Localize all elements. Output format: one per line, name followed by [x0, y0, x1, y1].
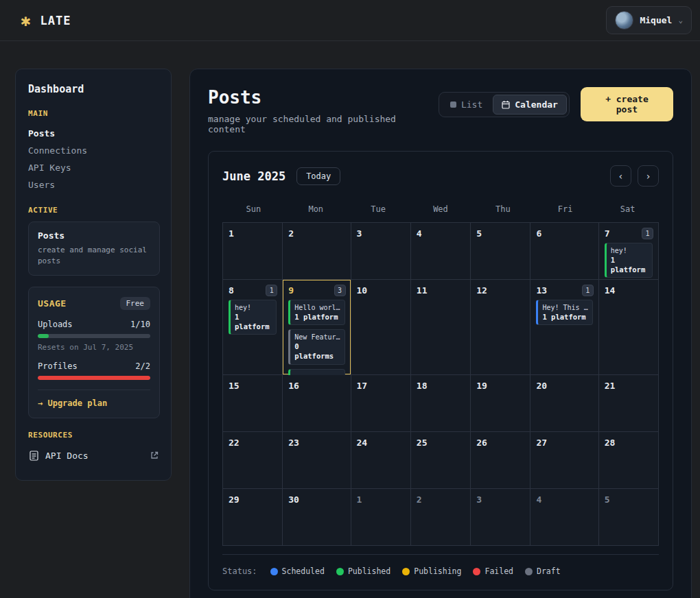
calendar-day-4[interactable]: 4: [411, 223, 470, 279]
day-number: 2: [417, 494, 422, 505]
document-icon: [30, 451, 38, 461]
calendar-day-next-3[interactable]: 3: [471, 489, 530, 545]
list-icon: [450, 101, 456, 108]
calendar-day-next-5[interactable]: 5: [599, 489, 658, 545]
sidebar-section-active: ACTIVE: [28, 206, 160, 215]
create-post-button[interactable]: + create post: [581, 87, 673, 121]
upgrade-plan-link[interactable]: → Upgrade plan: [38, 398, 150, 408]
event-card[interactable]: Hey! This …1 platform: [536, 300, 592, 325]
weekday-fri: Fri: [534, 204, 596, 214]
legend-item-label: Publishing: [414, 566, 461, 576]
calendar-day-16[interactable]: 16: [283, 375, 350, 431]
weekday-wed: Wed: [410, 204, 472, 214]
day-number: 5: [605, 494, 610, 505]
usage-card: USAGE Free Uploads 1/10 Resets on Jul 7,…: [28, 287, 160, 418]
calendar-day-14[interactable]: 14: [599, 280, 658, 374]
calendar-day-3[interactable]: 3: [351, 223, 410, 279]
calendar-day-7[interactable]: 71hey!1 platform: [599, 223, 658, 279]
day-number: 23: [288, 438, 299, 448]
day-number: 5: [476, 228, 482, 239]
event-title: hey!: [611, 246, 648, 255]
calendar-day-29[interactable]: 29: [223, 489, 282, 545]
calendar-day-12[interactable]: 12: [471, 280, 530, 374]
today-button[interactable]: Today: [296, 167, 340, 185]
calendar-day-27[interactable]: 27: [530, 432, 598, 488]
calendar-day-11[interactable]: 11: [411, 280, 470, 374]
legend-item-scheduled: Scheduled: [270, 566, 325, 576]
active-posts-card[interactable]: Posts create and manage social posts: [28, 222, 160, 276]
event-card[interactable]: hey!1 platform: [229, 300, 277, 335]
event-count-badge: 1: [642, 228, 653, 239]
event-platforms: 1 platform: [611, 255, 648, 274]
day-number: 20: [536, 381, 547, 391]
chevron-down-icon: ⌄: [678, 16, 683, 25]
day-number: 3: [476, 494, 482, 505]
plan-badge: Free: [120, 297, 151, 310]
sidebar: Dashboard MAIN PostsConnectionsAPI KeysU…: [15, 69, 172, 481]
day-number: 28: [605, 438, 616, 448]
external-link-icon: [150, 451, 159, 459]
view-toggle: List Calendar: [439, 92, 570, 117]
day-number: 18: [417, 381, 428, 391]
day-number: 6: [536, 228, 541, 239]
sidebar-item-api-keys[interactable]: API Keys: [28, 159, 160, 176]
event-platforms: 1 platform: [294, 312, 340, 322]
brand-name: LATE: [40, 14, 71, 27]
calendar-day-24[interactable]: 24: [351, 432, 410, 488]
calendar-day-30[interactable]: 30: [283, 489, 350, 545]
calendar-day-8[interactable]: 81hey!1 platform: [223, 280, 282, 374]
calendar-day-28[interactable]: 28: [599, 432, 658, 488]
prev-month-button[interactable]: ‹: [610, 165, 631, 187]
calendar-day-13[interactable]: 131Hey! This …1 platform: [530, 280, 598, 374]
sidebar-item-users[interactable]: Users: [28, 176, 160, 193]
calendar-day-1[interactable]: 1: [223, 223, 282, 279]
status-dot-scheduled: [270, 568, 278, 575]
calendar-day-21[interactable]: 21: [599, 375, 658, 431]
event-card[interactable]: hey!1 platform: [605, 243, 653, 278]
day-number: 16: [288, 381, 299, 391]
event-count-badge: 3: [334, 285, 346, 296]
calendar-day-26[interactable]: 26: [471, 432, 530, 488]
api-docs-link[interactable]: API Docs: [28, 446, 160, 465]
calendar-day-5[interactable]: 5: [471, 223, 530, 279]
sidebar-item-connections[interactable]: Connections: [28, 142, 160, 159]
calendar-day-6[interactable]: 6: [530, 223, 598, 279]
weekday-header-row: SunMonTueWedThuFriSat: [222, 204, 659, 214]
day-number: 12: [476, 285, 487, 296]
day-number: 22: [229, 438, 240, 448]
calendar-day-9[interactable]: 93Hello worl…1 platformNew Featur…0 plat…: [283, 280, 350, 374]
calendar-day-20[interactable]: 20: [530, 375, 598, 431]
list-view-button[interactable]: List: [441, 95, 491, 115]
user-menu-button[interactable]: Miquel ⌄: [606, 6, 692, 34]
day-number: 9: [288, 285, 294, 296]
calendar-day-next-4[interactable]: 4: [530, 489, 598, 545]
calendar-day-18[interactable]: 18: [411, 375, 470, 431]
calendar-day-23[interactable]: 23: [283, 432, 350, 488]
event-card[interactable]: New Featur…0 platforms: [288, 329, 345, 364]
uploads-progress-fill: [38, 334, 49, 338]
event-card[interactable]: Hello worl…1 platform: [288, 300, 345, 325]
legend-item-label: Draft: [537, 566, 561, 576]
day-number: 2: [288, 228, 294, 239]
profiles-progress-track: [38, 376, 150, 380]
chevron-left-icon: ‹: [618, 171, 623, 182]
calendar-day-15[interactable]: 15: [223, 375, 282, 431]
calendar-day-next-1[interactable]: 1: [351, 489, 410, 545]
calendar-day-19[interactable]: 19: [471, 375, 530, 431]
legend-item-publishing: Publishing: [402, 566, 461, 576]
next-month-button[interactable]: ›: [638, 165, 659, 187]
day-number: 10: [357, 285, 368, 296]
legend-items: ScheduledPublishedPublishingFailedDraft: [270, 566, 561, 576]
event-platforms: 1 platform: [542, 312, 587, 322]
calendar-day-22[interactable]: 22: [223, 432, 282, 488]
sidebar-item-posts[interactable]: Posts: [28, 125, 160, 142]
uploads-value: 1/10: [130, 320, 150, 329]
calendar-view-button[interactable]: Calendar: [493, 95, 567, 115]
legend-item-draft: Draft: [525, 566, 561, 576]
calendar-day-2[interactable]: 2: [283, 223, 350, 279]
weekday-thu: Thu: [471, 204, 534, 214]
calendar-day-25[interactable]: 25: [411, 432, 470, 488]
calendar-day-10[interactable]: 10: [351, 280, 410, 374]
calendar-day-17[interactable]: 17: [351, 375, 410, 431]
calendar-day-next-2[interactable]: 2: [411, 489, 470, 545]
